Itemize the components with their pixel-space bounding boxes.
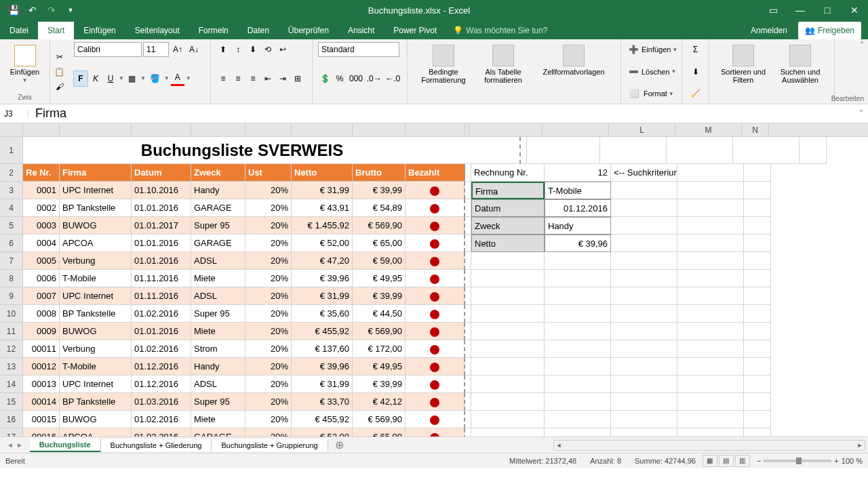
tab-pagelayout[interactable]: Seitenlayout [125,22,189,39]
chevron-down-icon[interactable]: ▼ [164,75,170,81]
paste-button[interactable]: Einfügen ▼ [5,42,44,86]
row-header[interactable]: 7 [0,252,23,270]
cell[interactable] [611,428,677,436]
cell[interactable] [471,270,545,287]
cell[interactable] [545,270,611,287]
cell[interactable]: 20% [245,340,292,358]
conditional-format-button[interactable]: Bedingte Formatierung [413,42,474,101]
cell[interactable] [406,217,465,235]
col-header[interactable] [292,123,353,136]
cell[interactable] [406,393,465,411]
cell[interactable] [465,375,471,393]
cell[interactable] [744,305,771,323]
autosum-icon[interactable]: Σ [688,42,703,57]
zoom-level[interactable]: 100 % [842,457,863,465]
tab-view[interactable]: Ansicht [338,22,384,39]
cell[interactable] [744,217,771,235]
cell[interactable]: 01.10.2016 [132,182,191,199]
tell-me[interactable]: 💡Was möchten Sie tun? [446,22,554,39]
fill-icon[interactable]: ⬇ [688,64,703,79]
cell[interactable]: € 137,60 [292,340,353,358]
cell[interactable]: € 43,91 [292,199,353,217]
cell[interactable] [545,340,611,358]
cell[interactable] [611,358,677,375]
cell[interactable] [677,305,744,323]
cell[interactable]: 20% [245,235,292,252]
cell[interactable] [465,305,471,323]
cell[interactable] [611,182,677,199]
cell[interactable]: € 35,60 [292,305,353,323]
col-header[interactable]: M [675,123,742,136]
cell[interactable]: ADSL [191,252,245,270]
cell[interactable]: 20% [245,428,292,436]
cell[interactable]: € 569,90 [353,217,406,235]
italic-button[interactable]: K [89,71,102,86]
cell[interactable]: 20% [245,199,292,217]
row-header[interactable]: 10 [0,305,23,323]
row-header[interactable]: 12 [0,340,23,358]
cell[interactable]: ADSL [191,375,245,393]
delete-cells-button[interactable]: ➖ [627,64,640,79]
cell[interactable]: Netto [471,235,545,252]
cell[interactable]: 0007 [23,287,60,305]
cell[interactable]: 00012 [23,358,60,375]
cell[interactable]: Rechnung Nr. [471,164,545,182]
cell[interactable] [733,137,800,164]
cell[interactable] [471,323,545,340]
cell[interactable] [677,358,744,375]
cell[interactable]: Super 95 [191,305,245,323]
cell[interactable]: € 569,90 [353,411,406,428]
cell[interactable] [406,182,465,199]
cell[interactable]: € 44,50 [353,305,406,323]
cell[interactable] [406,375,465,393]
cell[interactable] [677,393,744,411]
cell[interactable] [545,287,611,305]
cell[interactable] [527,137,600,164]
cell[interactable] [465,393,471,411]
cell[interactable]: BP Tankstelle [60,199,132,217]
cell-styles-button[interactable]: Zellformatvorlagen [532,42,615,101]
cell[interactable] [471,375,545,393]
cell[interactable]: 01.02.2016 [132,411,191,428]
cell[interactable]: BP Tankstelle [60,393,132,411]
cell[interactable]: € 569,90 [353,323,406,340]
cell[interactable]: Strom [191,340,245,358]
cell[interactable]: Verbung [60,252,132,270]
percent-icon[interactable]: % [333,71,347,86]
cell[interactable]: € 1.455,92 [292,217,353,235]
cell[interactable]: € 455,92 [292,411,353,428]
row-header[interactable]: 11 [0,323,23,340]
cell[interactable] [744,358,771,375]
cell[interactable] [471,411,545,428]
cell[interactable] [677,199,744,217]
cell[interactable]: 20% [245,217,292,235]
cell[interactable]: 01.01.2016 [132,235,191,252]
cell[interactable] [677,323,744,340]
cell[interactable] [744,235,771,252]
cell[interactable]: Zweck [471,217,545,235]
cell[interactable] [406,270,465,287]
cell[interactable]: € 49,95 [353,270,406,287]
chevron-down-icon[interactable]: ▼ [119,75,124,81]
cell[interactable] [677,340,744,358]
ribbon-options-icon[interactable]: ▭ [760,0,787,20]
zoom-out-button[interactable]: − [757,457,761,465]
cell[interactable]: GARAGE [191,428,245,436]
cell[interactable] [545,375,611,393]
cell[interactable] [744,252,771,270]
cell[interactable] [521,137,527,164]
tab-file[interactable]: Datei [0,22,38,39]
scroll-right-icon[interactable]: ► [855,442,865,449]
cell[interactable] [677,375,744,393]
cell[interactable]: 01.12.2016 [545,199,611,217]
cell[interactable]: € 39,96 [545,235,611,252]
number-format-select[interactable] [318,42,399,57]
cell[interactable] [545,428,611,436]
font-family-select[interactable] [74,42,142,57]
cell[interactable] [611,411,677,428]
cell[interactable] [677,235,744,252]
col-header[interactable] [406,123,465,136]
cell[interactable]: APCOA [60,235,132,252]
increase-decimal-icon[interactable]: .0→ [366,71,383,86]
col-header[interactable] [23,123,60,136]
